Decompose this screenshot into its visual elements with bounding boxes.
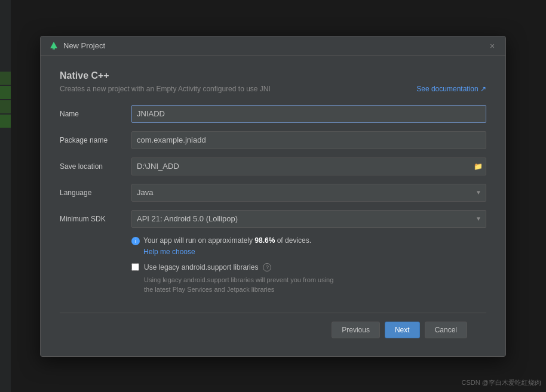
help-question-icon[interactable]: ? [263,263,271,271]
svg-marker-0 [50,42,57,48]
save-location-row: Save location 📁 [60,158,486,175]
close-button[interactable]: × [487,41,497,51]
previous-button[interactable]: Previous [332,322,380,338]
language-row: Language Java Kotlin ▼ [60,184,486,202]
info-line: i Your app will run on approximately 98.… [131,236,486,245]
name-row: Name [60,105,486,123]
min-sdk-row: Minimum SDK API 21: Android 5.0 (Lollipo… [60,210,486,228]
dialog-overlay: New Project × Native C++ Creates a new p… [0,0,546,392]
folder-icon[interactable]: 📁 [474,162,483,171]
save-location-wrapper: 📁 [131,158,486,175]
info-icon: i [131,237,140,245]
legacy-checkbox-row: Use legacy android.support libraries ? [131,263,486,271]
dialog-footer: Previous Next Cancel [60,313,486,347]
min-sdk-select[interactable]: API 21: Android 5.0 (Lollipop) API 22: A… [131,210,486,228]
svg-rect-1 [53,48,55,50]
info-section: i Your app will run on approximately 98.… [131,236,486,256]
legacy-desc: Using legacy android.support libraries w… [144,275,486,295]
package-input[interactable] [131,131,486,149]
ide-background: New Project × Native C++ Creates a new p… [0,0,546,392]
language-select-wrapper: Java Kotlin ▼ [131,184,486,202]
next-button[interactable]: Next [385,322,420,338]
project-type-desc: Creates a new project with an Empty Acti… [60,85,486,93]
name-input[interactable] [131,105,486,123]
legacy-checkbox[interactable] [131,263,139,271]
language-select[interactable]: Java Kotlin [131,184,486,202]
watermark: CSDN @李白木爱吃红烧肉 [462,378,541,387]
min-sdk-select-wrapper: API 21: Android 5.0 (Lollipop) API 22: A… [131,210,486,228]
new-project-dialog: New Project × Native C++ Creates a new p… [40,36,506,357]
android-studio-icon [49,41,59,51]
project-type-title: Native C++ [60,70,486,81]
dialog-body: Native C++ Creates a new project with an… [41,56,505,356]
language-label: Language [60,189,131,197]
help-me-choose-link[interactable]: Help me choose [143,248,486,256]
save-location-label: Save location [60,162,131,171]
legacy-checkbox-label: Use legacy android.support libraries [144,263,258,271]
package-label: Package name [60,136,131,144]
dialog-titlebar: New Project × [41,36,505,56]
see-docs-link[interactable]: See documentation ↗ [416,85,486,93]
name-label: Name [60,110,131,118]
package-row: Package name [60,131,486,149]
dialog-title-text: New Project [63,41,105,50]
form-section: Name Package name Save location 📁 [60,105,486,228]
legacy-section: Use legacy android.support libraries ? U… [131,263,486,295]
dialog-title-group: New Project [49,41,105,51]
cancel-button[interactable]: Cancel [425,322,467,338]
info-text: Your app will run on approximately 98.6%… [143,236,311,245]
min-sdk-label: Minimum SDK [60,215,131,223]
save-location-input[interactable] [131,158,486,175]
